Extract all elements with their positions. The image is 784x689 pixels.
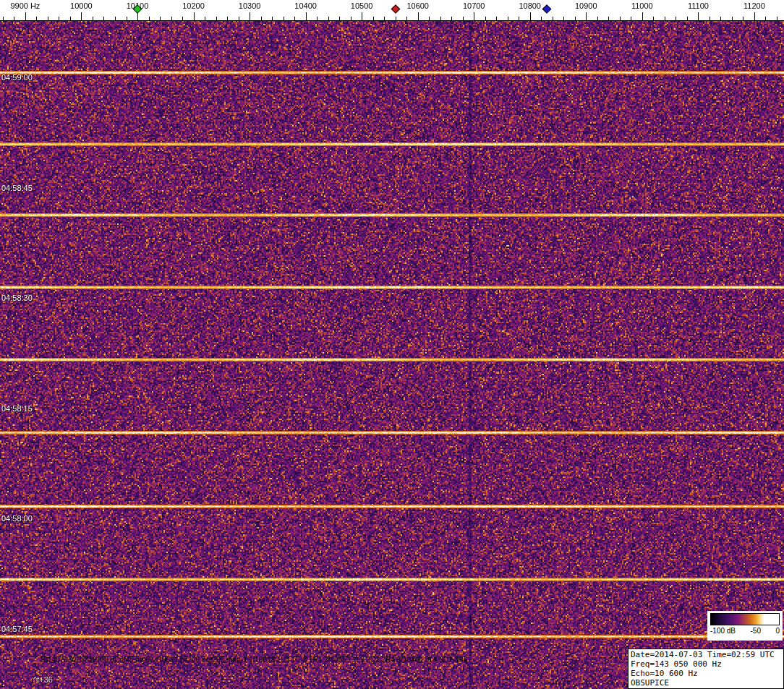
marker-red[interactable] (391, 4, 400, 14)
ruler-tick (48, 17, 48, 20)
ruler-tick (485, 17, 486, 20)
ruler-tick (586, 12, 587, 20)
colorbar-label-min: -100 dB (710, 627, 736, 635)
colorbar-labels: -100 dB -50 0 (710, 627, 780, 635)
ruler-tick (339, 17, 340, 20)
ruler-tick (127, 17, 127, 20)
info-echo-line: Echo=10 600 Hz (631, 669, 781, 678)
ruler-tick (81, 12, 82, 20)
ruler-tick (676, 17, 676, 20)
ruler-tick (70, 17, 71, 20)
ruler-tick (608, 17, 609, 20)
ruler-tick (597, 17, 598, 20)
ruler-tick (14, 17, 14, 20)
ruler-tick (205, 17, 205, 20)
ruler-tick (642, 12, 643, 20)
ruler-tick (508, 17, 508, 20)
ruler-label: 9900 Hz (10, 1, 40, 10)
ruler-label: 10800 (519, 1, 541, 10)
ruler-tick (171, 17, 172, 20)
colorbar-gradient (710, 613, 780, 625)
info-station-line: OBSUPICE (631, 678, 781, 688)
ruler-tick (3, 17, 4, 20)
ruler-tick (575, 17, 576, 20)
ruler-tick (474, 12, 474, 20)
ruler-tick (216, 17, 217, 20)
ruler-tick (631, 17, 631, 20)
ruler-tick (115, 17, 116, 20)
ruler-tick (317, 17, 318, 20)
ruler-tick (250, 12, 250, 20)
ruler-tick (429, 17, 430, 20)
ruler-tick (777, 17, 777, 20)
ruler-tick (698, 12, 699, 20)
ruler-tick (754, 12, 755, 20)
colorbar-label-mid: -50 (751, 627, 761, 635)
ruler-tick (530, 12, 531, 20)
ruler-tick (239, 17, 239, 20)
ruler-tick (418, 12, 419, 20)
info-freq-line: Freq=143 050 000 Hz (631, 659, 781, 669)
ruler-tick (541, 17, 542, 20)
ruler-tick (194, 12, 195, 20)
ruler-tick (261, 17, 262, 20)
ruler-label: 10500 (351, 1, 373, 10)
ruler-tick (451, 17, 452, 20)
ruler-label: 10200 (182, 1, 205, 10)
ruler-tick (440, 17, 441, 20)
colorbar-panel: -100 dB -50 0 (707, 611, 783, 641)
ruler-tick (227, 17, 228, 20)
ruler-tick (36, 17, 37, 20)
ruler-tick (93, 17, 93, 20)
ruler-label: 11100 (688, 1, 709, 10)
ruler-tick (103, 17, 104, 20)
ruler-tick (710, 17, 710, 20)
ruler-label: 10000 (70, 1, 93, 10)
ruler-tick (272, 17, 273, 20)
info-date-line: Date=2014-07-03 Time=02:59 UTC (631, 650, 781, 659)
ruler-tick (182, 17, 183, 20)
ruler-label: 10300 (239, 1, 261, 10)
ruler-label: 11200 (743, 1, 765, 10)
ruler-tick (765, 17, 766, 20)
ruler-label: 11000 (631, 1, 653, 10)
ruler-tick (653, 17, 654, 20)
ruler-tick (351, 17, 351, 20)
ruler-tick (396, 17, 396, 20)
ruler-tick (732, 17, 733, 20)
spectrogram-waterfall[interactable] (0, 21, 784, 689)
ruler-tick (373, 17, 374, 20)
ruler-tick (384, 17, 385, 20)
ruler-tick (687, 17, 688, 20)
ruler-tick (720, 17, 721, 20)
colorbar-label-max: 0 (775, 627, 780, 635)
spectrogram-window: 9900 Hz100001010010200103001040010500106… (0, 0, 784, 689)
ruler-tick (563, 17, 564, 20)
ruler-tick (519, 17, 519, 20)
ruler-tick (160, 17, 161, 20)
ruler-tick (59, 17, 59, 20)
marker-blue[interactable] (542, 4, 552, 14)
ruler-label: 10900 (575, 1, 597, 10)
ruler-tick (284, 17, 284, 20)
ruler-tick (25, 12, 26, 20)
ruler-tick (294, 17, 295, 20)
frequency-ruler: 9900 Hz100001010010200103001040010500106… (0, 0, 784, 21)
ruler-tick (463, 17, 464, 20)
ruler-tick (620, 17, 621, 20)
ruler-tick (149, 17, 150, 20)
ruler-tick (665, 17, 665, 20)
ruler-tick (406, 17, 407, 20)
ruler-tick (328, 17, 329, 20)
detection-status-line: 20140703025736776 hCnt45 nb-83 f10621 hi… (40, 656, 468, 664)
corner-note: ^t+36 (33, 675, 53, 684)
ruler-tick (743, 17, 743, 20)
ruler-tick (496, 17, 497, 20)
ruler-tick (553, 17, 553, 20)
ruler-label: 10400 (294, 1, 317, 10)
ruler-label: 10600 (406, 1, 429, 10)
ruler-label: 10700 (463, 1, 485, 10)
ruler-tick (306, 12, 307, 20)
station-info-box: Date=2014-07-03 Time=02:59 UTC Freq=143 … (628, 649, 784, 689)
ruler-tick (362, 12, 362, 20)
